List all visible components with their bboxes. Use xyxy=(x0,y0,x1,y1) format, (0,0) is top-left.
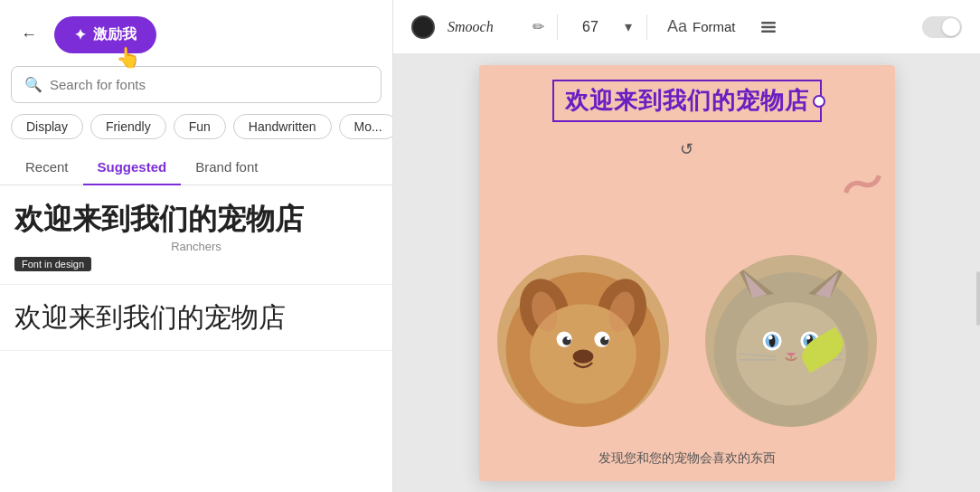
chip-display[interactable]: Display xyxy=(11,114,83,139)
inspire-button-label: 激励我 xyxy=(93,25,137,44)
left-panel: ← ✦ 激励我 👆 🔍 Display Friendly Fun Handwri… xyxy=(0,0,393,492)
format-label: Format xyxy=(693,19,736,34)
search-input[interactable] xyxy=(50,77,368,92)
cat-image xyxy=(705,255,877,427)
sparkle-icon: ✦ xyxy=(74,26,86,43)
svg-point-13 xyxy=(572,350,593,364)
canvas-subtitle: 发现您和您的宠物会喜欢的东西 xyxy=(479,450,895,467)
right-panel: ✏ ▾ Aa Format 欢迎来到我们的宠物店 ↺ 〜 xyxy=(393,0,980,492)
font-tabs: Recent Suggested Brand font xyxy=(0,150,392,185)
svg-point-29 xyxy=(806,336,810,340)
toggle-button[interactable] xyxy=(922,16,962,38)
color-picker[interactable] xyxy=(411,15,435,39)
filter-chips: Display Friendly Fun Handwritten Mo... xyxy=(0,114,392,150)
svg-rect-0 xyxy=(761,22,776,24)
svg-point-12 xyxy=(604,336,608,340)
font-list: 欢迎来到我们的宠物店 Ranchers Font in design 欢迎来到我… xyxy=(0,185,392,492)
svg-point-28 xyxy=(768,336,772,340)
font-item-ranchers[interactable]: 欢迎来到我们的宠物店 Ranchers Font in design xyxy=(0,185,392,285)
cat-svg xyxy=(705,255,877,427)
font-preview-2: 欢迎来到我们的宠物店 xyxy=(14,301,378,334)
tab-brand-font[interactable]: Brand font xyxy=(181,150,272,185)
canvas[interactable]: 欢迎来到我们的宠物店 ↺ 〜 xyxy=(479,65,895,481)
tab-recent[interactable]: Recent xyxy=(11,150,83,185)
tab-suggested[interactable]: Suggested xyxy=(83,150,182,185)
back-button[interactable]: ← xyxy=(14,21,43,50)
font-size-input[interactable] xyxy=(570,19,610,35)
edit-icon[interactable]: ✏ xyxy=(532,18,544,35)
font-name-ranchers: Ranchers xyxy=(14,240,378,253)
font-item-2[interactable]: 欢迎来到我们的宠物店 xyxy=(0,285,392,351)
chip-friendly[interactable]: Friendly xyxy=(90,114,166,139)
toolbar-divider-1 xyxy=(557,14,558,40)
toolbar: ✏ ▾ Aa Format xyxy=(393,0,980,54)
font-size-chevron[interactable]: ▾ xyxy=(623,18,634,35)
more-options-button[interactable] xyxy=(756,14,781,40)
svg-rect-2 xyxy=(761,30,776,33)
toolbar-divider-2 xyxy=(646,14,647,40)
chip-more[interactable]: Mo... xyxy=(339,114,392,139)
more-icon xyxy=(759,18,777,36)
font-preview-ranchers: 欢迎来到我们的宠物店 xyxy=(14,202,378,236)
search-icon: 🔍 xyxy=(24,76,42,93)
chip-handwritten[interactable]: Handwritten xyxy=(233,114,332,139)
inspire-button[interactable]: ✦ 激励我 👆 xyxy=(54,16,156,53)
chip-fun[interactable]: Fun xyxy=(174,114,226,139)
canvas-area: 欢迎来到我们的宠物店 ↺ 〜 xyxy=(393,54,980,492)
search-bar[interactable]: 🔍 xyxy=(11,66,382,103)
font-in-design-badge: Font in design xyxy=(14,257,91,271)
rotate-handle[interactable]: ↺ xyxy=(680,139,693,159)
deco-squiggle: 〜 xyxy=(832,149,895,222)
svg-point-11 xyxy=(566,336,570,340)
dog-image xyxy=(497,255,669,427)
format-aa-icon: Aa xyxy=(667,17,687,36)
svg-rect-1 xyxy=(761,25,776,28)
top-bar: ← ✦ 激励我 👆 xyxy=(0,0,392,66)
canvas-title[interactable]: 欢迎来到我们的宠物店 xyxy=(552,80,822,122)
dog-svg xyxy=(497,255,669,427)
format-button[interactable]: Aa Format xyxy=(660,14,743,40)
font-name-input[interactable] xyxy=(448,19,520,35)
